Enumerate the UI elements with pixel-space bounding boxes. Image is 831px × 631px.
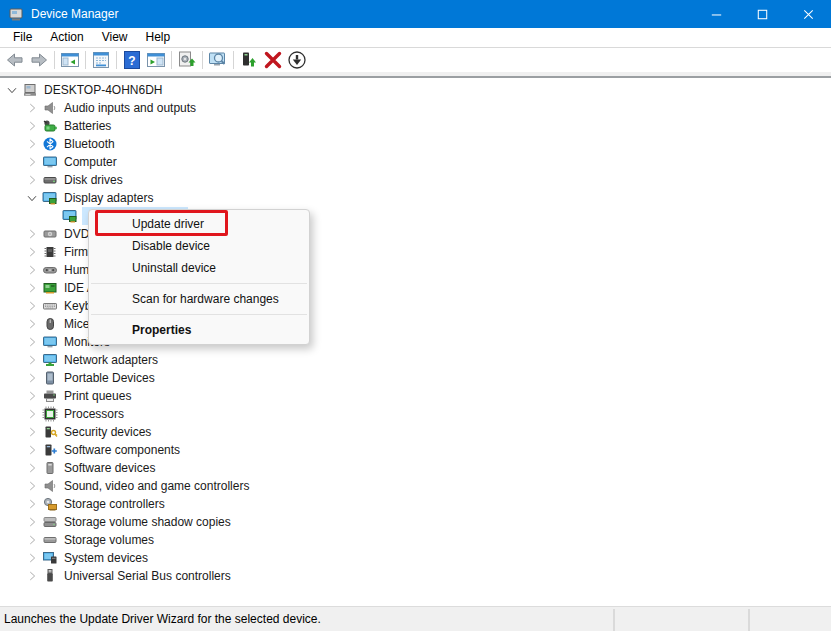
menu-view[interactable]: View: [93, 28, 137, 47]
tree-item-label: Software devices: [62, 459, 157, 477]
tree-item-storage-volumes[interactable]: Storage volumes: [0, 531, 831, 549]
software-device-icon: [42, 460, 58, 476]
display-adapter-icon: [62, 208, 78, 224]
properties-icon[interactable]: [89, 49, 113, 71]
keyboard-icon: [42, 298, 58, 314]
close-button[interactable]: [785, 0, 831, 28]
chevron-down-icon[interactable]: [22, 189, 42, 207]
minimize-button[interactable]: [693, 0, 739, 28]
tree-item-computer[interactable]: Computer: [0, 153, 831, 171]
chevron-right-icon[interactable]: [22, 135, 42, 153]
chevron-right-icon[interactable]: [22, 261, 42, 279]
chevron-right-icon[interactable]: [22, 513, 42, 531]
tree-item-system-devices[interactable]: System devices: [0, 549, 831, 567]
show-action-pane-icon[interactable]: [144, 49, 168, 71]
chevron-right-icon[interactable]: [22, 549, 42, 567]
scan-hardware-changes-icon[interactable]: [206, 49, 230, 71]
tree-item-label: Universal Serial Bus controllers: [62, 567, 233, 585]
context-menu-item-uninstall-device[interactable]: Uninstall device: [89, 257, 309, 279]
chevron-right-icon[interactable]: [22, 495, 42, 513]
tree-item-software-devices[interactable]: Software devices: [0, 459, 831, 477]
update-device-driver-icon[interactable]: [237, 49, 261, 71]
storage-controller-icon: [42, 496, 58, 512]
menu-action[interactable]: Action: [41, 28, 92, 47]
portable-device-icon: [42, 370, 58, 386]
statusbar-divider: [748, 609, 750, 631]
tree-item-sound-video-and-game-controllers[interactable]: Sound, video and game controllers: [0, 477, 831, 495]
chevron-right-icon[interactable]: [22, 387, 42, 405]
chevron-right-icon[interactable]: [22, 117, 42, 135]
chevron-right-icon[interactable]: [22, 567, 42, 585]
help-icon[interactable]: ?: [120, 49, 144, 71]
chevron-right-icon[interactable]: [22, 459, 42, 477]
usb-icon: [42, 568, 58, 584]
speaker-icon: [42, 478, 58, 494]
display-adapter-icon: [42, 190, 58, 206]
tree-item-print-queues[interactable]: Print queues: [0, 387, 831, 405]
show-console-tree-icon[interactable]: [58, 49, 82, 71]
maximize-button[interactable]: [739, 0, 785, 28]
tree-item-portable-devices[interactable]: Portable Devices: [0, 369, 831, 387]
uninstall-device-icon[interactable]: [261, 49, 285, 71]
device-manager-icon: [8, 6, 24, 22]
context-menu-separator: [91, 314, 307, 315]
tree-item-batteries[interactable]: Batteries: [0, 117, 831, 135]
chevron-right-icon[interactable]: [22, 441, 42, 459]
chevron-right-icon[interactable]: [22, 333, 42, 351]
tree-item-disk-drives[interactable]: Disk drives: [0, 171, 831, 189]
forward-icon[interactable]: [27, 49, 51, 71]
chevron-right-icon[interactable]: [22, 99, 42, 117]
tree-item-storage-controllers[interactable]: Storage controllers: [0, 495, 831, 513]
security-device-icon: [42, 424, 58, 440]
chevron-right-icon[interactable]: [22, 423, 42, 441]
chevron-right-icon[interactable]: [22, 531, 42, 549]
chevron-right-icon[interactable]: [22, 315, 42, 333]
context-menu-item-disable-device[interactable]: Disable device: [89, 235, 309, 257]
context-menu-item-scan-for-hardware-changes[interactable]: Scan for hardware changes: [89, 288, 309, 310]
tree-item-bluetooth[interactable]: Bluetooth: [0, 135, 831, 153]
chevron-down-icon[interactable]: [2, 81, 22, 99]
tree-item-label: Processors: [62, 405, 126, 423]
tree-item-label: Storage controllers: [62, 495, 167, 513]
titlebar: Device Manager: [0, 0, 831, 28]
monitor-icon: [42, 334, 58, 350]
ide-controller-icon: [42, 280, 58, 296]
tree-item-label: Bluetooth: [62, 135, 117, 153]
context-menu-item-properties[interactable]: Properties: [89, 319, 309, 341]
back-icon[interactable]: [3, 49, 27, 71]
chevron-right-icon[interactable]: [22, 477, 42, 495]
system-device-icon: [42, 550, 58, 566]
disable-device-icon[interactable]: [285, 49, 309, 71]
chevron-right-icon[interactable]: [22, 153, 42, 171]
context-menu-item-update-driver[interactable]: Update driver: [89, 213, 309, 235]
chevron-right-icon[interactable]: [22, 297, 42, 315]
statusbar-divider: [613, 609, 615, 631]
tree-item-software-components[interactable]: Software components: [0, 441, 831, 459]
menu-file[interactable]: File: [4, 28, 41, 47]
svg-text:?: ?: [128, 54, 135, 68]
chevron-right-icon[interactable]: [22, 243, 42, 261]
tree-item-processors[interactable]: Processors: [0, 405, 831, 423]
chevron-right-icon[interactable]: [22, 225, 42, 243]
tree-item-desktop-4ohn6dh[interactable]: DESKTOP-4OHN6DH: [0, 81, 831, 99]
tree-item-storage-volume-shadow-copies[interactable]: Storage volume shadow copies: [0, 513, 831, 531]
tree-item-security-devices[interactable]: Security devices: [0, 423, 831, 441]
tree-item-universal-serial-bus-controllers[interactable]: Universal Serial Bus controllers: [0, 567, 831, 585]
tree-item-network-adapters[interactable]: Network adapters: [0, 351, 831, 369]
processor-icon: [42, 406, 58, 422]
menu-help[interactable]: Help: [137, 28, 180, 47]
chevron-right-icon[interactable]: [22, 351, 42, 369]
chevron-right-icon[interactable]: [22, 369, 42, 387]
tree-item-audio-inputs-and-outputs[interactable]: Audio inputs and outputs: [0, 99, 831, 117]
tree-item-display-adapters[interactable]: Display adapters: [0, 189, 831, 207]
mouse-icon: [42, 316, 58, 332]
hard-drive-icon: [42, 172, 58, 188]
hid-icon: [42, 262, 58, 278]
chevron-right-icon[interactable]: [22, 405, 42, 423]
storage-volume-icon: [42, 532, 58, 548]
tree-item-label: Disk drives: [62, 171, 125, 189]
chevron-right-icon[interactable]: [22, 279, 42, 297]
update-driver-software-icon[interactable]: [175, 49, 199, 71]
toolbar-separator: [54, 51, 55, 69]
chevron-right-icon[interactable]: [22, 171, 42, 189]
